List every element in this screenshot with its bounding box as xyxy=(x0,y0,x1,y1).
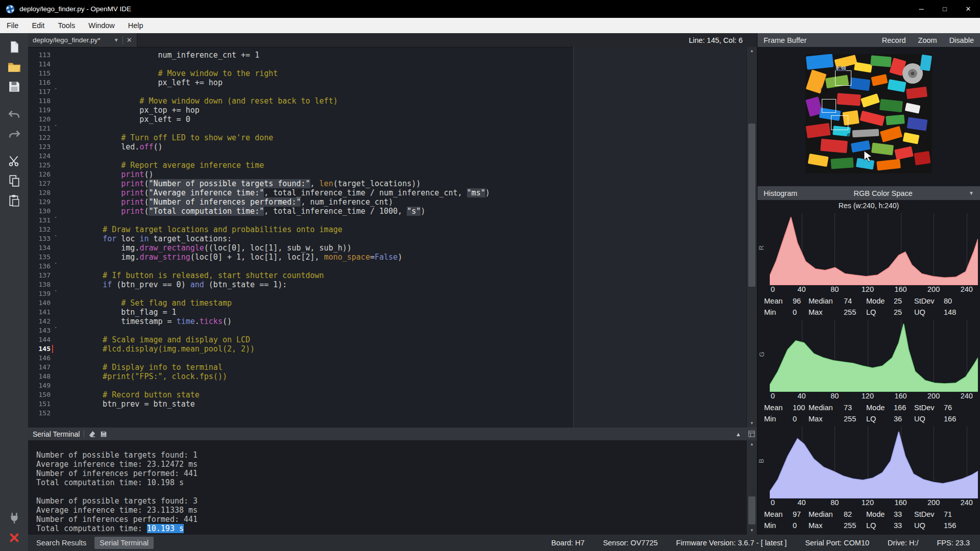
line-number: 151 xyxy=(28,399,51,409)
terminal-line: Number of possible targets found: 1 xyxy=(36,450,747,460)
line-number: 127 xyxy=(28,179,51,188)
redo-icon[interactable] xyxy=(5,125,23,142)
editor-scrollbar[interactable]: ▲ ▼ xyxy=(746,47,757,428)
title-bar: deploy/lego_finder.py - OpenMV IDE ─ □ ✕ xyxy=(0,0,980,18)
frame-buffer-disable-button[interactable]: Disable xyxy=(949,36,974,44)
tab-close-icon[interactable]: ✕ xyxy=(127,36,132,44)
code-text: #print("FPS:", clock.fps()) xyxy=(61,372,227,381)
code-line: 118 # Move window down (and reset back t… xyxy=(28,96,747,106)
fold-column xyxy=(51,243,61,253)
frame-buffer-view[interactable]: 0.98 xyxy=(757,47,980,186)
code-text xyxy=(61,354,84,363)
code-text: #lcd.display(img.mean_pool(2, 2)) xyxy=(61,344,255,354)
statusbar-info: Firmware Version: 3.6.7 - [ latest ] xyxy=(676,539,787,547)
terminal-scrollbar-thumb[interactable] xyxy=(748,496,755,524)
terminal-line: Number of inferences performed: 441 xyxy=(36,515,747,524)
stop-icon[interactable] xyxy=(5,529,23,546)
text-cursor xyxy=(52,345,53,353)
copy-icon[interactable] xyxy=(5,172,23,189)
code-text xyxy=(61,152,84,161)
code-text: # Move window to the right xyxy=(61,69,278,78)
tab-label: deploy/lego_finder.py* xyxy=(33,36,101,44)
code-line: 125 # Report average inference time xyxy=(28,161,747,170)
code-text: led.off() xyxy=(61,142,163,152)
right-panel: Frame Buffer RecordZoomDisable xyxy=(757,33,980,535)
code-text: px_left = 0 xyxy=(61,115,190,124)
code-line: 146 xyxy=(28,354,747,363)
code-line: 149 xyxy=(28,381,747,390)
fold-marker-icon[interactable]: ˇ xyxy=(51,234,61,243)
tab-dropdown-icon[interactable]: ▼ xyxy=(114,37,119,43)
fold-column xyxy=(51,372,61,381)
menu-item-window[interactable]: Window xyxy=(82,18,121,33)
frame-buffer-record-button[interactable]: Record xyxy=(882,36,906,44)
statusbar-tab-search-results[interactable]: Search Results xyxy=(31,537,91,549)
save-log-icon[interactable] xyxy=(100,431,107,438)
line-number: 119 xyxy=(28,106,51,115)
maximize-button[interactable]: □ xyxy=(933,0,957,18)
code-text: # Record button state xyxy=(61,390,200,399)
fold-marker-icon[interactable]: ˇ xyxy=(51,289,61,298)
fold-column xyxy=(51,142,61,152)
fold-column xyxy=(51,308,61,317)
code-line: 152 xyxy=(28,409,747,418)
fold-column xyxy=(51,354,61,363)
code-area[interactable]: 113 num_inference_cnt += 1114115 # Move … xyxy=(28,47,747,428)
undo-icon[interactable] xyxy=(5,105,23,122)
fold-column xyxy=(51,78,61,87)
menu-item-tools[interactable]: Tools xyxy=(51,18,82,33)
histogram-area-b xyxy=(770,428,978,498)
fold-column xyxy=(51,298,61,308)
connect-icon[interactable] xyxy=(5,509,23,527)
clear-terminal-icon[interactable] xyxy=(88,430,96,438)
menu-item-help[interactable]: Help xyxy=(121,18,150,33)
chevron-down-icon: ▼ xyxy=(969,190,974,196)
fold-marker-icon[interactable]: ˇ xyxy=(51,262,61,271)
minimize-button[interactable]: ─ xyxy=(910,0,933,18)
scroll-down-icon[interactable]: ▼ xyxy=(747,419,757,428)
menu-item-file[interactable]: File xyxy=(0,18,25,33)
fold-marker-icon[interactable]: ˇ xyxy=(51,216,61,225)
colorspace-dropdown[interactable]: RGB Color Space ▼ xyxy=(797,189,974,197)
channel-label: G xyxy=(758,352,766,357)
terminal-output[interactable]: Number of possible targets found: 1Avera… xyxy=(28,440,747,535)
statusbar-tab-serial-terminal[interactable]: Serial Terminal xyxy=(94,537,154,549)
code-text: for loc in target_locations: xyxy=(61,234,232,243)
code-line: 113 num_inference_cnt += 1 xyxy=(28,51,747,60)
fold-column xyxy=(51,399,61,409)
code-line: 122 # Turn off LED to show we're done xyxy=(28,133,747,142)
panel-layout-icon[interactable] xyxy=(748,431,755,437)
fold-marker-icon[interactable]: ˇ xyxy=(51,326,61,335)
frame-buffer-title: Frame Buffer xyxy=(764,36,806,44)
tab-lego-finder[interactable]: deploy/lego_finder.py* ▼ ✕ xyxy=(28,33,137,47)
scroll-up-icon[interactable]: ▲ xyxy=(747,47,757,55)
histogram-stats-row: Min0Max255LQ25UQ148 xyxy=(757,307,980,318)
new-file-icon[interactable] xyxy=(5,38,23,56)
line-number: 115 xyxy=(28,69,51,78)
fold-column xyxy=(51,363,61,372)
line-number: 135 xyxy=(28,253,51,262)
code-text: # Display info to terminal xyxy=(61,363,223,372)
cut-icon[interactable] xyxy=(5,152,23,169)
fold-marker-icon[interactable]: ˇ xyxy=(51,87,61,96)
editor-scrollbar-thumb[interactable] xyxy=(748,123,755,287)
channel-label: B xyxy=(757,459,765,463)
open-file-icon[interactable] xyxy=(5,58,23,76)
terminal-line: Average inference time: 23.12472 ms xyxy=(36,460,747,469)
code-text: img.draw_rectangle((loc[0], loc[1], sub_… xyxy=(61,243,352,253)
menu-item-edit[interactable]: Edit xyxy=(25,18,51,33)
code-line: 150 # Record button state xyxy=(28,390,747,399)
fold-marker-icon[interactable]: ˇ xyxy=(51,124,61,133)
close-button[interactable]: ✕ xyxy=(957,0,980,18)
terminal-line: Average inference time: 23.11338 ms xyxy=(36,506,747,515)
terminal-scrollbar[interactable]: ▲ ▼ xyxy=(746,440,757,535)
fold-column xyxy=(51,106,61,115)
terminal-scroll-up-icon[interactable]: ▲ xyxy=(747,440,757,448)
code-line: 132 # Draw target locations and probabil… xyxy=(28,225,747,234)
save-file-icon[interactable] xyxy=(5,78,23,95)
code-text: if (btn_prev == 0) and (btn_state == 1): xyxy=(61,280,287,289)
terminal-scroll-down-icon[interactable]: ▼ xyxy=(747,527,757,535)
frame-buffer-zoom-button[interactable]: Zoom xyxy=(918,36,937,44)
collapse-panel-icon[interactable]: ▲ xyxy=(736,431,741,437)
paste-icon[interactable] xyxy=(5,192,23,209)
